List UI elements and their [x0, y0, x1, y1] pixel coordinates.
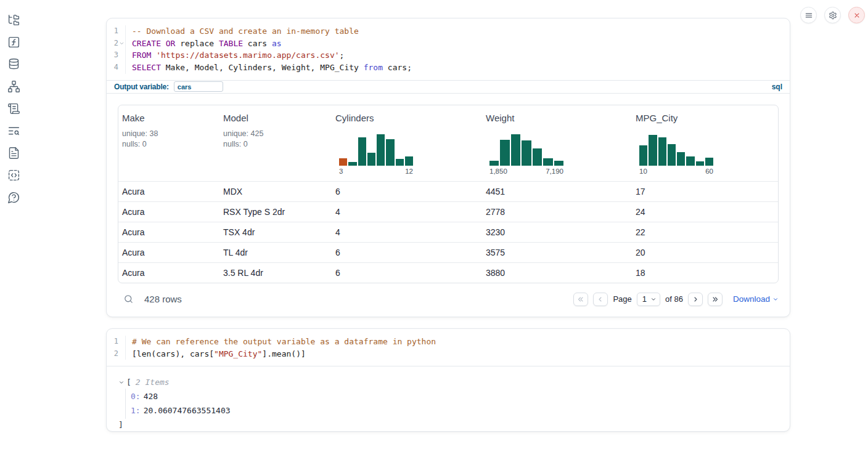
sql-comment: -- Download a CSV and create an in-memor… — [132, 26, 359, 36]
item-index: 0: — [131, 392, 141, 401]
table-cell: 2778 — [482, 202, 632, 222]
histogram-bar[interactable] — [377, 134, 385, 166]
table-footer: 428 rows Page 1 of 86 — [107, 283, 790, 317]
code-line[interactable]: 2 [len(cars), cars["MPG_City"].mean()] — [107, 348, 790, 360]
language-badge: sql — [772, 83, 782, 91]
histogram-bar[interactable] — [367, 153, 375, 166]
code-line[interactable]: 2 CREATE OR replace TABLE cars as — [107, 38, 790, 50]
code-line[interactable]: 4 SELECT Make, Model, Cylinders, Weight,… — [107, 62, 790, 74]
notebook-menu-button[interactable] — [800, 7, 817, 23]
list-item: 1:20.060747663551403 — [131, 404, 779, 418]
column-header-mpg-city[interactable]: MPG_City 10 60 — [632, 105, 778, 181]
sidebar-item-scratchpad[interactable] — [7, 102, 20, 115]
histogram-bar[interactable] — [339, 158, 347, 166]
histogram-bar[interactable] — [696, 161, 704, 166]
sidebar — [0, 0, 27, 204]
column-stat-nulls: nulls: 0 — [122, 139, 216, 150]
snippets-icon — [7, 169, 20, 182]
table-row[interactable]: Acura 3.5 RL 4dr 6 3880 18 — [118, 262, 778, 283]
chevron-left-icon — [597, 296, 604, 303]
column-header-weight[interactable]: Weight 1,850 7,190 — [482, 105, 632, 181]
hist-max-label: 12 — [405, 168, 413, 175]
cylinders-histogram[interactable]: 3 12 — [339, 134, 413, 175]
table-cell: 6 — [332, 182, 482, 201]
table-cell: 3575 — [482, 243, 632, 262]
tree-children: 0:428 1:20.060747663551403 — [125, 389, 779, 419]
column-header-cylinders[interactable]: Cylinders 3 12 — [332, 105, 482, 181]
histogram-bar[interactable] — [686, 156, 694, 166]
histogram-bar[interactable] — [522, 140, 531, 166]
pagination: Page 1 of 86 Download — [573, 293, 779, 306]
shutdown-button[interactable] — [848, 7, 865, 23]
sql-code-editor[interactable]: 1 -- Download a CSV and create an in-mem… — [107, 18, 790, 80]
histogram-bar[interactable] — [658, 137, 666, 166]
histogram-bar[interactable] — [511, 134, 520, 166]
data-table: Make unique: 38 nulls: 0 Model unique: 4… — [118, 105, 779, 283]
histogram-bar[interactable] — [554, 161, 563, 166]
table-row[interactable]: Acura MDX 6 4451 17 — [118, 181, 778, 201]
table-search-button[interactable] — [123, 294, 134, 305]
table-cell: 3.5 RL 4dr — [219, 263, 332, 283]
sidebar-item-file-explorer[interactable] — [7, 13, 20, 26]
code-line[interactable]: 3 FROM 'https://datasets.marimo.app/cars… — [107, 49, 790, 62]
table-row[interactable]: Acura TSX 4dr 4 3230 22 — [118, 222, 778, 242]
column-header-model[interactable]: Model unique: 425 nulls: 0 — [219, 105, 332, 181]
functions-icon — [7, 36, 20, 49]
column-name: Weight — [486, 113, 628, 123]
histogram-bar[interactable] — [639, 145, 647, 166]
histogram-bar[interactable] — [396, 159, 404, 166]
table-row[interactable]: Acura TL 4dr 6 3575 20 — [118, 242, 778, 262]
table-cell: 22 — [632, 222, 778, 242]
column-name: Model — [223, 113, 328, 123]
table-cell: 3880 — [482, 263, 632, 283]
download-button[interactable]: Download — [733, 294, 779, 304]
histogram-bar[interactable] — [649, 135, 657, 166]
previous-page-button[interactable] — [593, 293, 608, 306]
chevron-down-icon — [772, 296, 779, 302]
next-page-button[interactable] — [688, 293, 703, 306]
item-index: 1: — [131, 406, 141, 415]
histogram-bar[interactable] — [705, 158, 713, 166]
table-cell: 24 — [632, 202, 778, 222]
sidebar-item-snippets[interactable] — [7, 168, 20, 182]
code-line[interactable]: 1 -- Download a CSV and create an in-mem… — [107, 25, 790, 38]
histogram-bar[interactable] — [386, 139, 394, 166]
sidebar-item-functions[interactable] — [7, 35, 20, 49]
sidebar-item-datasources[interactable] — [7, 57, 20, 71]
histogram-bar[interactable] — [677, 152, 685, 166]
hist-max-label: 7,190 — [546, 168, 563, 175]
column-header-make[interactable]: Make unique: 38 nulls: 0 — [118, 105, 219, 181]
histogram-bar[interactable] — [348, 162, 356, 166]
table-cell: 20 — [632, 243, 778, 262]
histogram-bar[interactable] — [533, 148, 542, 166]
settings-button[interactable] — [824, 7, 841, 23]
sidebar-item-dependency-graph[interactable] — [7, 79, 20, 93]
sidebar-item-help[interactable] — [7, 190, 20, 204]
page-label: Page — [613, 294, 631, 304]
python-code-editor[interactable]: 1 # We can reference the output variable… — [107, 329, 790, 366]
code-line[interactable]: 1 # We can reference the output variable… — [107, 336, 790, 348]
histogram-bar[interactable] — [543, 158, 552, 166]
histogram-bar[interactable] — [500, 140, 509, 166]
histogram-bar[interactable] — [489, 161, 499, 166]
mpg-city-histogram[interactable]: 10 60 — [639, 134, 713, 175]
fold-chevron-icon[interactable] — [119, 41, 125, 46]
table-cell: 6 — [332, 263, 482, 283]
tree-root-line: [ 2 Items — [118, 376, 779, 389]
close-bracket: ] — [118, 419, 779, 431]
output-variable-input[interactable] — [174, 81, 223, 92]
sidebar-item-logs[interactable] — [7, 124, 20, 137]
histogram-bar[interactable] — [668, 144, 676, 166]
sidebar-item-documentation[interactable] — [7, 146, 20, 160]
histogram-bar[interactable] — [405, 156, 413, 166]
last-page-button[interactable] — [708, 293, 723, 306]
collapse-toggle[interactable] — [118, 379, 125, 386]
documentation-icon — [7, 147, 20, 160]
column-stat-unique: unique: 38 — [122, 129, 216, 139]
histogram-bar[interactable] — [358, 137, 366, 166]
page-select[interactable]: 1 — [637, 293, 660, 306]
table-row[interactable]: Acura RSX Type S 2dr 4 2778 24 — [118, 201, 778, 222]
weight-histogram[interactable]: 1,850 7,190 — [489, 134, 563, 175]
hamburger-menu-icon — [805, 11, 813, 20]
first-page-button[interactable] — [573, 293, 588, 306]
